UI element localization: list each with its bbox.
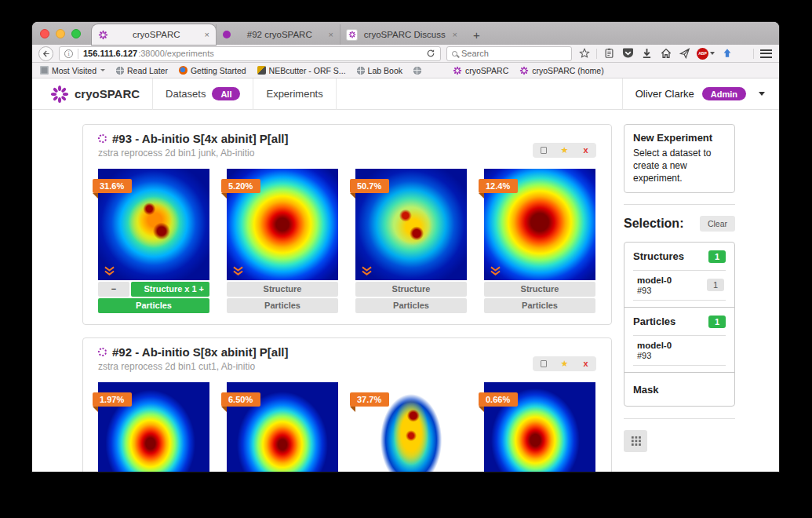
divider (622, 78, 623, 110)
structure-tile: 31.6% − Structure x 1+ Particles (98, 169, 209, 313)
tab-close-icon[interactable]: × (329, 30, 333, 39)
structure-plus-button[interactable]: + (199, 282, 204, 297)
delete-button[interactable]: x (575, 356, 596, 371)
bookmark-cryosparc-home[interactable]: cryoSPARC (home) (519, 66, 603, 75)
percent-badge: 0.66% (479, 392, 518, 407)
brand[interactable]: cryoSPARC (50, 85, 140, 104)
nav-datasets[interactable]: Datasets All (166, 87, 240, 100)
reload-icon[interactable] (426, 49, 435, 58)
search-input[interactable] (461, 49, 566, 58)
particles-button[interactable]: Particles (484, 298, 595, 313)
bookmark-read-later[interactable]: Read Later (116, 66, 168, 75)
search-bar[interactable] (446, 46, 572, 61)
grid-view-button[interactable] (624, 430, 647, 452)
star-button[interactable]: ★ (554, 356, 575, 371)
star-button[interactable]: ★ (554, 143, 575, 158)
close-window-button[interactable] (40, 29, 49, 38)
menu-icon[interactable] (759, 49, 773, 58)
download-icon[interactable] (640, 48, 654, 59)
reading-list-icon[interactable] (603, 48, 616, 59)
site-info-icon[interactable]: i (64, 49, 73, 58)
bookmark-getting-started[interactable]: Getting Started (179, 66, 246, 75)
percent-badge: 5.20% (221, 179, 260, 193)
tab-close-icon[interactable]: × (453, 30, 457, 39)
tab-92-cryosparc[interactable]: #92 cryoSPARC × (216, 24, 340, 45)
new-experiment-title: New Experiment (633, 132, 726, 144)
density-map-image[interactable]: 5.20% (227, 169, 338, 280)
cryosparc-logo-icon (453, 66, 462, 75)
density-map-image[interactable]: 31.6% (98, 169, 209, 280)
structure-button[interactable]: Structure (355, 282, 467, 297)
bookmark-untitled[interactable] (413, 67, 424, 75)
bookmark-nebcutter[interactable]: NEBcutter - ORF S... (257, 66, 346, 75)
particles-button[interactable]: Particles (227, 298, 338, 313)
adblock-button[interactable]: ABP (697, 48, 715, 60)
nav-experiments[interactable]: Experiments (266, 88, 322, 100)
structure-tile: 12.4% Structure Particles (484, 169, 595, 313)
divider (624, 204, 735, 205)
chevron-down-icon (759, 92, 765, 96)
cryosparc-app: cryoSPARC Datasets All Experiments Olive… (32, 78, 779, 472)
delete-button[interactable]: x (575, 143, 596, 158)
duplicate-button[interactable] (533, 143, 554, 158)
back-button[interactable] (38, 46, 53, 61)
tab-cryosparc-discuss[interactable]: cryoSPARC Discuss × (340, 24, 464, 45)
clear-button[interactable]: Clear (700, 216, 735, 232)
experiment-card-93: #93 - Ab-initio S[4x abinit] P[all] zstr… (82, 124, 612, 325)
cryosparc-logo-icon (98, 30, 108, 40)
tab-favicon-dot (223, 31, 231, 38)
zoom-window-button[interactable] (71, 29, 81, 38)
percent-badge: 6.50% (221, 392, 260, 407)
structures-section: Structures 1 model-0 #93 1 (624, 243, 734, 307)
user-menu[interactable]: Oliver Clarke Admin (617, 78, 765, 110)
expand-chevrons-icon[interactable] (490, 266, 501, 276)
new-experiment-description: Select a dataset to create a new experim… (633, 147, 726, 185)
chevron-down-icon (710, 52, 715, 55)
structure-button[interactable]: Structure x 1+ (131, 282, 209, 297)
divider (596, 49, 597, 59)
percent-badge: 37.7% (350, 392, 389, 407)
bookmark-lab-book[interactable]: Lab Book (357, 66, 402, 75)
divider (78, 49, 78, 59)
spinner-icon (98, 348, 107, 356)
duplicate-button[interactable] (533, 356, 554, 371)
minimize-window-button[interactable] (56, 29, 65, 38)
expand-chevrons-icon[interactable] (104, 266, 115, 276)
tab-cryosparc[interactable]: cryoSPARC × (92, 24, 216, 45)
structure-button[interactable]: Structure (484, 282, 595, 297)
particles-button[interactable]: Particles (98, 298, 209, 313)
bookmark-star-icon[interactable] (577, 48, 591, 59)
experiment-subtitle: zstra reprocess 2d bin1 cut1, Ab-initio (98, 361, 533, 372)
experiment-title[interactable]: #93 - Ab-initio S[4x abinit] P[all] (112, 132, 288, 145)
structure-button[interactable]: Structure (227, 282, 338, 297)
structure-selection-item[interactable]: model-0 #93 1 (633, 270, 726, 301)
particles-button[interactable]: Particles (355, 298, 467, 313)
new-experiment-card[interactable]: New Experiment Select a dataset to creat… (624, 124, 735, 193)
new-tab-button[interactable]: + (464, 24, 490, 45)
update-arrow-icon[interactable] (720, 48, 734, 59)
divider (753, 49, 754, 59)
bookmark-cryosparc[interactable]: cryoSPARC (453, 66, 508, 75)
experiment-title[interactable]: #92 - Ab-initio S[8x abinit] P[all] (112, 345, 288, 359)
density-map-image[interactable]: 37.7% (355, 382, 467, 472)
app-body: #93 - Ab-initio S[4x abinit] P[all] zstr… (32, 110, 779, 472)
pocket-icon[interactable] (621, 48, 635, 59)
url-bar[interactable]: i 156.111.6.127 :38000/experiments (59, 46, 441, 61)
tab-close-icon[interactable]: × (205, 30, 209, 39)
density-map-image[interactable]: 0.66% (484, 382, 595, 472)
all-badge: All (212, 87, 240, 100)
expand-chevrons-icon[interactable] (361, 266, 373, 276)
adblock-icon: ABP (697, 48, 708, 60)
density-map-image[interactable]: 12.4% (484, 169, 595, 280)
share-icon[interactable] (678, 48, 691, 59)
structure-minus-button[interactable]: − (98, 282, 129, 297)
density-map-image[interactable]: 6.50% (227, 382, 338, 472)
home-icon[interactable] (659, 48, 672, 59)
bookmark-most-visited[interactable]: Most Visited (40, 66, 105, 75)
selection-panel: Structures 1 model-0 #93 1 (624, 242, 735, 407)
density-map-image[interactable]: 50.7% (355, 169, 467, 280)
nav-toolbar: i 156.111.6.127 :38000/experiments (32, 45, 779, 63)
particle-selection-item[interactable]: model-0 #93 (633, 335, 726, 366)
density-map-image[interactable]: 1.97% (98, 382, 209, 472)
expand-chevrons-icon[interactable] (232, 266, 244, 276)
